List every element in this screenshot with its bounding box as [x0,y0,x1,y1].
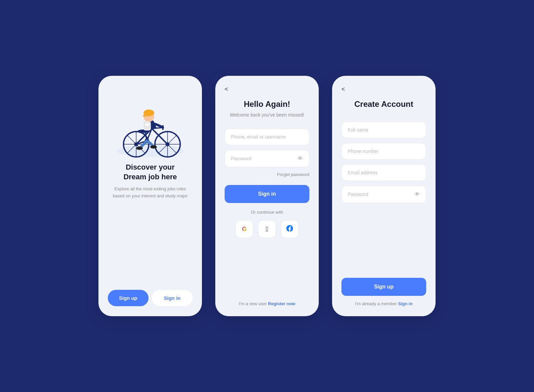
or-text: Or continiue with [225,210,309,215]
signin-password-input[interactable] [231,156,298,161]
create-password-input[interactable] [348,192,415,197]
forget-password-link[interactable]: Forget password [225,172,309,177]
member-text: I'm already a member Sign in [341,301,426,306]
signup-button[interactable]: Sign up [341,278,426,296]
create-password-toggle-icon[interactable]: 👁 [415,191,420,197]
google-icon: G [242,226,247,233]
welcome-text-block: Discover your Dream job here Explore all… [113,163,188,200]
facebook-signin-button[interactable] [281,220,299,238]
welcome-signup-button[interactable]: Sign up [108,290,149,306]
create-password-field[interactable]: 👁 [341,186,426,203]
back-button-create[interactable]: < [341,86,345,93]
signin-username-field[interactable] [225,129,309,145]
welcome-card: Discover your Dream job here Explore all… [98,76,202,316]
svg-point-24 [150,145,157,149]
email-field[interactable] [341,164,426,181]
svg-rect-27 [143,115,147,117]
signin-card: < Hello Again! Welcome back you've been … [215,76,319,316]
create-account-card: < Create Account 👁 Sign up I'm already a… [332,76,436,316]
signin-button[interactable]: Sign in [225,185,309,203]
phone-field[interactable] [341,143,426,160]
password-toggle-icon[interactable]: 👁 [298,156,303,162]
back-button-signin[interactable]: < [225,86,228,93]
facebook-icon [286,225,293,233]
illustration-area [108,92,193,159]
apple-icon:  [266,225,268,233]
signin-password-field[interactable]: 👁 [225,150,309,167]
register-now-link[interactable]: Register now [268,301,295,306]
fullname-input[interactable] [348,127,420,133]
svg-line-14 [152,129,168,144]
welcome-signin-button[interactable]: Sign in [152,290,193,306]
svg-point-23 [136,147,143,150]
register-text: I'm a new user Register now [225,301,309,306]
google-signin-button[interactable]: G [235,220,253,238]
phone-input[interactable] [348,149,420,154]
welcome-subtitle: Explore all the most exiting jobs roles … [113,186,188,200]
member-signin-link[interactable]: Sign in [398,301,413,306]
signin-title: Hello Again! [225,100,309,109]
create-account-title: Create Account [341,100,426,109]
social-buttons: G  [225,220,309,238]
welcome-buttons: Sign up Sign in [108,290,193,306]
fullname-field[interactable] [341,122,426,138]
signin-subtitle: Welcome back you've been missed! [225,112,309,119]
welcome-title: Discover your Dream job here [113,163,188,182]
signin-username-input[interactable] [231,134,303,140]
bike-illustration [113,92,187,159]
email-input[interactable] [348,170,420,175]
apple-signin-button[interactable]:  [258,220,276,238]
